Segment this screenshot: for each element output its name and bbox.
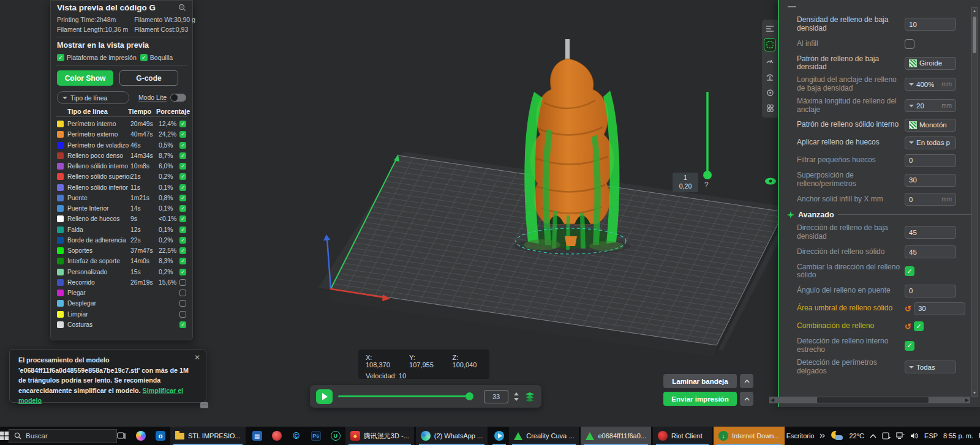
- horizontal-scrollbar[interactable]: ◀ ▶: [769, 397, 970, 403]
- slice-options-button[interactable]: [740, 374, 753, 388]
- taskbar-app-creality[interactable]: Creality Cuva ...: [509, 427, 579, 445]
- layer-number-input[interactable]: 33: [484, 390, 508, 403]
- taskbar-app-folder[interactable]: STL IMPRESIO...: [170, 427, 246, 445]
- line-visibility-checkbox[interactable]: ✓: [179, 258, 186, 264]
- setting-checkbox[interactable]: ✓: [914, 321, 924, 331]
- checkbox-icon[interactable]: ✓: [140, 54, 148, 61]
- layer-progress-slider[interactable]: [338, 392, 478, 400]
- line-type-dropdown[interactable]: Tipo de línea: [57, 91, 129, 104]
- reset-icon[interactable]: ↺: [905, 304, 911, 313]
- stepper-up-icon[interactable]: [514, 392, 519, 395]
- scroll-down-icon[interactable]: ▼: [973, 390, 977, 396]
- line-visibility-checkbox[interactable]: [179, 300, 186, 307]
- taskbar-app-outlook[interactable]: o: [151, 427, 170, 445]
- taskbar-app-edge[interactable]: (2) WhatsApp ...: [416, 427, 488, 445]
- modo-lite-toggle[interactable]: [170, 94, 186, 102]
- setting-dropdown[interactable]: Monotón: [905, 119, 956, 132]
- line-visibility-checkbox[interactable]: ✓: [179, 142, 186, 149]
- line-visibility-checkbox[interactable]: ✓: [179, 184, 186, 191]
- line-visibility-checkbox[interactable]: [179, 290, 186, 296]
- setting-input[interactable]: 45: [905, 226, 956, 239]
- setting-input[interactable]: 0: [905, 285, 956, 297]
- eye-icon[interactable]: [765, 178, 776, 185]
- tab-others-icon[interactable]: [764, 86, 776, 99]
- setting-input[interactable]: 30: [914, 302, 965, 315]
- line-visibility-checkbox[interactable]: ✓: [179, 321, 186, 328]
- line-visibility-checkbox[interactable]: ✓: [179, 215, 186, 222]
- taskbar-app-creality[interactable]: e0684ff11f6a0...: [581, 427, 651, 445]
- desktop-toolbar-label[interactable]: Escritorio: [786, 432, 815, 439]
- modo-lite-label[interactable]: Modo Lite: [138, 94, 167, 102]
- setting-dropdown[interactable]: 400%mm: [905, 78, 956, 91]
- tab-infill-icon[interactable]: [764, 38, 776, 51]
- line-visibility-checkbox[interactable]: ✓: [179, 237, 186, 244]
- taskbar-app-ps[interactable]: Ps: [306, 427, 326, 445]
- slice-plate-button[interactable]: Laminar bandeja: [663, 374, 737, 388]
- setting-checkbox[interactable]: ✓: [905, 341, 914, 351]
- vertical-scroll-thumb[interactable]: [973, 17, 976, 53]
- checkbox-icon[interactable]: ✓: [57, 54, 64, 61]
- gcode-button[interactable]: G-code: [119, 70, 178, 86]
- setting-dropdown[interactable]: 20mm: [905, 99, 956, 112]
- tray-chevron-up-icon[interactable]: [870, 434, 876, 438]
- line-visibility-checkbox[interactable]: ✓: [179, 226, 186, 233]
- layers-icon[interactable]: [524, 392, 535, 402]
- setting-dropdown[interactable]: En todas p: [905, 136, 956, 149]
- tab-speed-icon[interactable]: [764, 54, 776, 67]
- setting-checkbox[interactable]: ✓: [905, 266, 914, 276]
- taskbar-app-telegram[interactable]: [489, 427, 509, 445]
- setting-input[interactable]: 30: [905, 174, 956, 187]
- line-visibility-checkbox[interactable]: ✓: [179, 173, 186, 180]
- device-icon[interactable]: [882, 432, 891, 439]
- network-icon[interactable]: [896, 432, 905, 439]
- tab-multimaterial-icon[interactable]: [764, 102, 776, 115]
- printed-model[interactable]: [514, 39, 631, 255]
- tab-support-icon[interactable]: [764, 70, 776, 83]
- setting-input[interactable]: 45: [905, 245, 956, 258]
- weather-icon[interactable]: [831, 431, 843, 441]
- line-visibility-checkbox[interactable]: ✓: [179, 195, 186, 201]
- clock-label[interactable]: 8:55 p. m.: [943, 432, 973, 439]
- layer-stepper[interactable]: [514, 392, 519, 401]
- taskbar-app-copilot[interactable]: [131, 427, 151, 445]
- toast-collapse-button[interactable]: —: [200, 402, 208, 408]
- layer-range-slider[interactable]: [703, 92, 712, 179]
- line-visibility-checkbox[interactable]: ✓: [179, 205, 186, 212]
- taskbar-app-idm[interactable]: ↓Internet Down...: [714, 427, 785, 445]
- horizontal-scroll-thumb[interactable]: [817, 397, 929, 403]
- taskbar-search[interactable]: [9, 429, 117, 443]
- taskbar-app-riot[interactable]: Riot Client: [653, 427, 712, 445]
- language-indicator[interactable]: ESP: [924, 432, 938, 439]
- double-chevron-icon[interactable]: [820, 433, 826, 438]
- temperature-label[interactable]: 22°C: [849, 432, 864, 439]
- line-visibility-checkbox[interactable]: ✓: [179, 152, 186, 159]
- reset-icon[interactable]: ↺: [905, 322, 911, 331]
- close-icon[interactable]: ✕: [193, 353, 202, 362]
- line-visibility-checkbox[interactable]: ✓: [179, 131, 186, 138]
- slider-handle[interactable]: [466, 392, 473, 400]
- line-visibility-checkbox[interactable]: [179, 311, 186, 318]
- stepper-down-icon[interactable]: [514, 398, 519, 401]
- setting-input[interactable]: 10: [905, 18, 956, 31]
- scroll-right-icon[interactable]: ▶: [964, 397, 970, 403]
- send-print-button[interactable]: Enviar impresión: [663, 392, 737, 406]
- scroll-left-icon[interactable]: ◀: [769, 397, 775, 403]
- search-input[interactable]: [26, 432, 111, 439]
- taskbar-app-tencent[interactable]: ◆腾讯混元3D -...: [345, 427, 414, 445]
- scroll-up-icon[interactable]: ▲: [973, 8, 977, 14]
- show-toggle[interactable]: ✓Boquilla: [140, 54, 173, 61]
- setting-checkbox[interactable]: [905, 39, 914, 49]
- setting-dropdown[interactable]: Todas: [905, 361, 956, 373]
- setting-input[interactable]: 0: [905, 154, 956, 167]
- send-options-button[interactable]: [740, 392, 753, 406]
- tab-quality-icon[interactable]: [764, 22, 776, 36]
- taskbar-app-uring[interactable]: U: [326, 427, 345, 445]
- collapse-panel-icon[interactable]: [178, 4, 186, 12]
- setting-input[interactable]: 0mm: [905, 193, 956, 206]
- vertical-scrollbar[interactable]: ▲ ▼: [971, 7, 978, 397]
- volume-icon[interactable]: [910, 432, 919, 439]
- line-visibility-checkbox[interactable]: ✓: [179, 269, 186, 275]
- color-show-button[interactable]: Color Show: [57, 70, 113, 86]
- taskbar-app-ccircle[interactable]: ©: [287, 427, 306, 445]
- play-button[interactable]: [316, 389, 333, 404]
